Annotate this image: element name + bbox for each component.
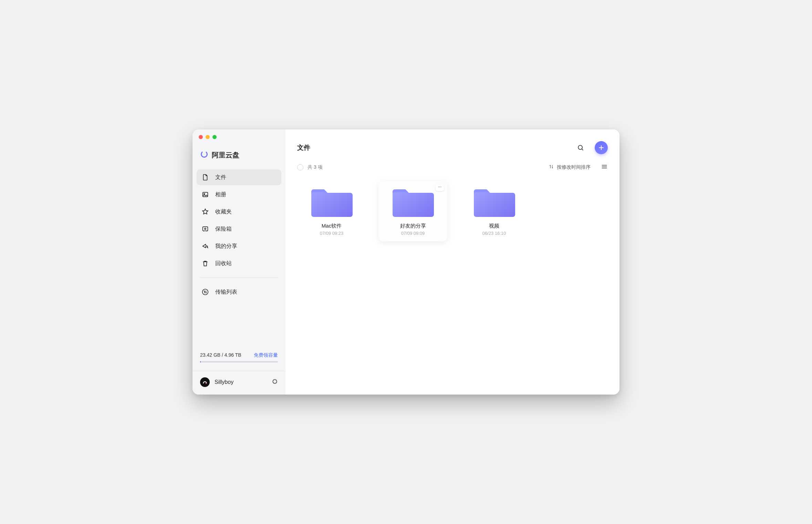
header-actions bbox=[575, 141, 608, 154]
sidebar-nav: 文件 相册 收藏夹 保险箱 bbox=[192, 169, 285, 271]
svg-point-4 bbox=[205, 228, 206, 230]
folder-card[interactable]: 视频 06/23 16:10 bbox=[460, 181, 529, 241]
toolbar: 共 3 项 按修改时间排序 bbox=[285, 160, 620, 177]
sort-icon bbox=[549, 164, 554, 170]
svg-rect-3 bbox=[203, 227, 208, 231]
transfer-icon bbox=[201, 288, 209, 296]
storage-upgrade-link[interactable]: 免费领容量 bbox=[254, 352, 278, 358]
sidebar-item-label: 回收站 bbox=[215, 260, 232, 267]
svg-point-11 bbox=[441, 187, 441, 187]
user-name: Sillyboy bbox=[215, 379, 267, 385]
sidebar-item-vault[interactable]: 保险箱 bbox=[197, 221, 281, 237]
sidebar-nav-secondary: 传输列表 bbox=[192, 284, 285, 300]
svg-point-5 bbox=[202, 289, 208, 295]
file-grid: Mac软件 07/09 09:23 好友的分享 07/09 09:09 bbox=[285, 177, 620, 245]
storage-progress bbox=[200, 361, 278, 363]
sidebar: 阿里云盘 文件 相册 收藏夹 bbox=[192, 129, 285, 395]
gallery-icon bbox=[201, 191, 209, 198]
close-window-button[interactable] bbox=[199, 135, 203, 139]
page-title: 文件 bbox=[297, 143, 575, 152]
svg-point-6 bbox=[206, 383, 207, 384]
settings-icon[interactable] bbox=[272, 378, 278, 386]
avatar bbox=[200, 377, 210, 387]
vault-icon bbox=[201, 225, 209, 233]
folder-card[interactable]: Mac软件 07/09 09:23 bbox=[297, 181, 366, 241]
app-window: 阿里云盘 文件 相册 收藏夹 bbox=[192, 129, 620, 395]
sort-button[interactable]: 按修改时间排序 bbox=[549, 164, 591, 170]
folder-date: 06/23 16:10 bbox=[463, 231, 525, 236]
svg-point-10 bbox=[439, 187, 440, 187]
sidebar-item-trash[interactable]: 回收站 bbox=[197, 255, 281, 271]
sidebar-item-label: 相册 bbox=[215, 191, 226, 198]
svg-point-2 bbox=[204, 193, 205, 195]
minimize-window-button[interactable] bbox=[206, 135, 210, 139]
maximize-window-button[interactable] bbox=[212, 135, 217, 139]
sidebar-item-label: 我的分享 bbox=[215, 243, 237, 250]
trash-icon bbox=[201, 260, 209, 267]
file-icon bbox=[201, 174, 209, 181]
window-controls bbox=[192, 129, 285, 141]
folder-icon bbox=[382, 186, 444, 219]
sidebar-item-gallery[interactable]: 相册 bbox=[197, 187, 281, 202]
storage-usage-text: 23.42 GB / 4.96 TB bbox=[200, 352, 241, 358]
share-icon bbox=[201, 242, 209, 250]
search-button[interactable] bbox=[575, 142, 586, 154]
brand: 阿里云盘 bbox=[192, 141, 285, 169]
card-more-button[interactable] bbox=[436, 184, 444, 191]
folder-date: 07/09 09:23 bbox=[301, 231, 363, 236]
brand-name: 阿里云盘 bbox=[212, 150, 239, 160]
svg-point-8 bbox=[578, 145, 582, 149]
main-panel: 文件 共 3 项 按修改时间排序 bbox=[285, 129, 620, 395]
sidebar-item-files[interactable]: 文件 bbox=[197, 169, 281, 185]
sidebar-item-label: 文件 bbox=[215, 174, 226, 181]
sidebar-item-shares[interactable]: 我的分享 bbox=[197, 238, 281, 254]
folder-card[interactable]: 好友的分享 07/09 09:09 bbox=[378, 181, 447, 241]
folder-name: 视频 bbox=[463, 223, 525, 229]
more-icon bbox=[437, 185, 442, 191]
storage-progress-fill bbox=[200, 361, 201, 363]
list-view-icon bbox=[601, 163, 608, 171]
item-count-text: 共 3 项 bbox=[308, 164, 323, 170]
folder-icon bbox=[463, 186, 525, 219]
folder-icon bbox=[301, 186, 363, 219]
select-all-checkbox[interactable] bbox=[297, 164, 303, 170]
svg-rect-1 bbox=[203, 192, 208, 197]
sidebar-item-favorites[interactable]: 收藏夹 bbox=[197, 204, 281, 220]
sidebar-item-transfers[interactable]: 传输列表 bbox=[197, 284, 281, 300]
user-row[interactable]: Sillyboy bbox=[192, 371, 285, 395]
view-toggle-button[interactable] bbox=[601, 163, 608, 171]
add-button[interactable] bbox=[595, 141, 608, 154]
svg-point-9 bbox=[438, 187, 439, 187]
folder-name: Mac软件 bbox=[301, 223, 363, 229]
sort-label: 按修改时间排序 bbox=[557, 164, 591, 170]
storage-panel: 23.42 GB / 4.96 TB 免费领容量 bbox=[192, 352, 285, 367]
folder-date: 07/09 09:09 bbox=[382, 231, 444, 236]
sidebar-divider bbox=[200, 277, 278, 278]
sidebar-item-label: 保险箱 bbox=[215, 226, 232, 233]
brand-logo-icon bbox=[200, 150, 208, 160]
sidebar-item-label: 收藏夹 bbox=[215, 208, 232, 216]
sidebar-item-label: 传输列表 bbox=[215, 289, 237, 296]
folder-name: 好友的分享 bbox=[382, 223, 444, 229]
star-icon bbox=[201, 208, 209, 216]
header: 文件 bbox=[285, 129, 620, 160]
svg-point-0 bbox=[200, 150, 208, 158]
